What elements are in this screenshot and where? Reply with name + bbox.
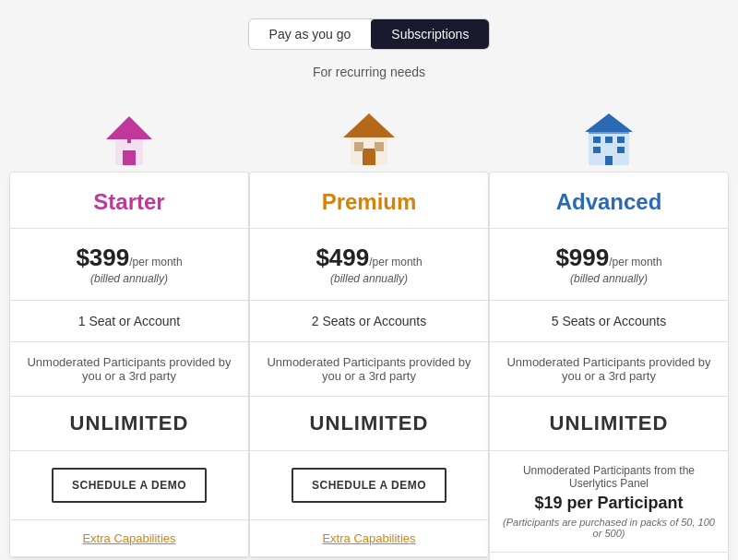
starter-demo-btn[interactable]: SCHEDULE A DEMO: [52, 468, 207, 503]
premium-card: Premium $499/per month (billed annually)…: [249, 172, 489, 558]
advanced-seats: 5 Seats or Accounts: [490, 301, 728, 342]
advanced-price: $999: [555, 244, 609, 271]
advanced-price-section: $999/per month (billed annually): [490, 229, 728, 301]
svg-marker-4: [343, 113, 395, 137]
starter-per: /per month: [129, 256, 182, 268]
premium-icon: [341, 98, 397, 172]
starter-extra-link[interactable]: Extra Capabilities: [10, 520, 248, 557]
advanced-participants: Unmoderated Participants provided by you…: [490, 342, 728, 397]
svg-rect-12: [605, 137, 613, 143]
premium-name: Premium: [259, 189, 479, 215]
premium-billed: (billed annually): [259, 272, 479, 285]
advanced-unlimited-section: UNLIMITED: [490, 397, 728, 451]
advanced-name-section: Advanced: [490, 173, 728, 229]
svg-rect-7: [354, 142, 363, 151]
advanced-billed: (billed annually): [499, 272, 719, 285]
subtitle-text: For recurring needs: [313, 65, 425, 79]
advanced-card: Advanced $999/per month (billed annually…: [489, 172, 729, 560]
starter-seats: 1 Seat or Account: [10, 301, 248, 342]
premium-price: $499: [315, 244, 369, 271]
panel-price: $19 per Participant: [499, 494, 719, 513]
starter-icon: [101, 98, 157, 172]
advanced-panel-extra: Unmoderated Participants from the Userly…: [490, 451, 728, 553]
paygo-tab[interactable]: Pay as you go: [249, 19, 372, 49]
premium-plan-wrapper: Premium $499/per month (billed annually)…: [249, 98, 489, 558]
svg-rect-3: [127, 136, 131, 143]
starter-demo-section: SCHEDULE A DEMO: [10, 451, 248, 520]
premium-seats: 2 Seats or Accounts: [250, 301, 488, 342]
starter-unlimited: UNLIMITED: [19, 411, 239, 435]
starter-participants: Unmoderated Participants provided by you…: [10, 342, 248, 397]
premium-extra-link[interactable]: Extra Capabilities: [250, 520, 488, 557]
panel-label: Unmoderated Participants from the Userly…: [499, 464, 719, 490]
premium-unlimited-section: UNLIMITED: [250, 397, 488, 451]
advanced-moderated: Moderated Participants provided by you o…: [490, 553, 728, 560]
advanced-unlimited: UNLIMITED: [499, 411, 719, 435]
svg-rect-16: [605, 156, 613, 165]
premium-per: /per month: [369, 256, 422, 268]
starter-name-section: Starter: [10, 173, 248, 229]
starter-unlimited-section: UNLIMITED: [10, 397, 248, 451]
plans-container: Starter $399/per month (billed annually)…: [9, 98, 729, 560]
starter-price-section: $399/per month (billed annually): [10, 229, 248, 301]
premium-participants: Unmoderated Participants provided by you…: [250, 342, 488, 397]
starter-plan-wrapper: Starter $399/per month (billed annually)…: [9, 98, 249, 558]
svg-rect-2: [123, 150, 136, 165]
svg-rect-15: [617, 147, 625, 153]
svg-rect-14: [593, 147, 601, 153]
premium-demo-section: SCHEDULE A DEMO: [250, 451, 488, 520]
advanced-per: /per month: [609, 256, 661, 268]
svg-rect-17: [589, 129, 629, 134]
svg-rect-6: [363, 149, 375, 165]
advanced-name: Advanced: [499, 189, 719, 215]
tab-switcher: Pay as you go Subscriptions: [248, 18, 491, 50]
premium-price-section: $499/per month (billed annually): [250, 229, 488, 301]
subscriptions-tab[interactable]: Subscriptions: [371, 19, 489, 49]
advanced-icon: [581, 98, 637, 172]
premium-demo-btn[interactable]: SCHEDULE A DEMO: [292, 468, 446, 503]
starter-price: $399: [76, 244, 129, 271]
advanced-plan-wrapper: Advanced $999/per month (billed annually…: [489, 98, 729, 560]
premium-unlimited: UNLIMITED: [259, 411, 479, 435]
starter-name: Starter: [19, 189, 239, 215]
svg-rect-11: [593, 137, 601, 143]
svg-rect-8: [375, 142, 384, 151]
panel-note: (Participants are purchased in packs of …: [499, 517, 719, 539]
premium-name-section: Premium: [250, 173, 488, 229]
starter-billed: (billed annually): [19, 272, 239, 285]
svg-rect-13: [617, 137, 625, 143]
starter-card: Starter $399/per month (billed annually)…: [9, 172, 249, 558]
